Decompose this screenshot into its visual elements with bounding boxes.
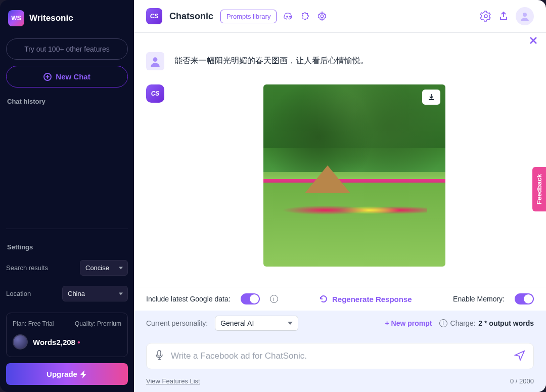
sidebar: WS Writesonic Try out 100+ other feature…	[0, 0, 134, 392]
google-data-label: Include latest Google data:	[146, 295, 231, 303]
personality-select[interactable]: General AI	[215, 316, 298, 331]
quality-label: Quality: Premium	[75, 320, 121, 327]
view-features-link[interactable]: View Features List	[146, 377, 200, 385]
svg-rect-6	[158, 351, 161, 356]
charge-value: 2 * output words	[478, 319, 534, 327]
gem-icon	[13, 334, 28, 350]
chat-history-list	[6, 109, 128, 225]
close-icon[interactable]	[529, 36, 538, 47]
discord-icon[interactable]	[284, 12, 294, 21]
microphone-icon[interactable]	[155, 350, 164, 363]
download-image-button[interactable]	[422, 90, 440, 105]
search-results-label: Search results	[6, 264, 48, 272]
info-icon[interactable]: i	[270, 295, 278, 303]
feedback-tab[interactable]: Feedback	[532, 167, 546, 211]
share-icon[interactable]	[498, 11, 509, 21]
google-data-toggle[interactable]	[241, 293, 260, 304]
svg-point-1	[290, 16, 291, 18]
enable-memory-label: Enable Memory:	[453, 295, 505, 303]
plus-icon	[43, 73, 52, 81]
plan-box: Plan: Free Trial Quality: Premium Words2…	[6, 313, 128, 357]
chat-area: 能否来一幅阳光明媚的春天图画，让人看后心情愉悦。 CS	[134, 47, 546, 287]
new-chat-label: New Chat	[56, 72, 90, 81]
search-results-select[interactable]: Concise	[80, 260, 128, 276]
prompts-library-button[interactable]: Prompts library	[220, 10, 277, 23]
new-chat-button[interactable]: New Chat	[6, 66, 128, 88]
bolt-icon	[80, 370, 87, 378]
upgrade-button[interactable]: Upgrade	[6, 363, 128, 385]
bot-avatar: CS	[146, 84, 164, 103]
svg-point-4	[523, 13, 527, 17]
charge-info-icon[interactable]: i	[439, 319, 447, 327]
new-prompt-button[interactable]: + New prompt	[385, 319, 432, 327]
svg-point-5	[153, 57, 158, 62]
message-input[interactable]	[171, 351, 507, 361]
settings-icon[interactable]	[480, 11, 491, 22]
logo-badge: WS	[8, 10, 24, 26]
gear-icon[interactable]	[317, 11, 327, 21]
location-label: Location	[6, 290, 31, 297]
plan-label: Plan: Free Trial	[13, 320, 54, 327]
personality-label: Current personality:	[146, 319, 208, 327]
words-counter: Words2,208 •	[33, 338, 80, 346]
send-button[interactable]	[514, 350, 525, 363]
bot-message-row: CS	[146, 84, 534, 267]
main-area: CS Chatsonic Prompts library	[134, 0, 546, 392]
chatsonic-badge: CS	[146, 8, 162, 24]
user-message-text: 能否来一幅阳光明媚的春天图画，让人看后心情愉悦。	[174, 54, 369, 70]
location-select[interactable]: China	[62, 286, 128, 301]
puzzle-icon[interactable]	[301, 12, 310, 21]
input-bar	[134, 336, 546, 374]
brand-logo: WS Writesonic	[6, 10, 128, 26]
refresh-icon	[319, 294, 328, 303]
regenerate-button[interactable]: Regenerate Response	[319, 294, 412, 303]
download-icon	[427, 93, 435, 101]
other-features-button[interactable]: Try out 100+ other features	[6, 38, 128, 60]
svg-point-2	[321, 15, 324, 17]
svg-point-0	[287, 16, 288, 18]
character-counter: 0 / 2000	[510, 377, 534, 385]
personality-bar: Current personality: General AI + New pr…	[134, 311, 546, 336]
chat-history-label: Chat history	[7, 98, 128, 105]
topbar: CS Chatsonic Prompts library	[134, 0, 546, 33]
divider	[6, 229, 128, 229]
user-message-row: 能否来一幅阳光明媚的春天图画，让人看后心情愉悦。	[146, 52, 534, 70]
settings-label: Settings	[7, 243, 128, 251]
controls-bar: Include latest Google data: i Regenerate…	[134, 287, 546, 311]
generated-image	[263, 84, 445, 267]
svg-point-3	[484, 15, 487, 18]
app-title: Chatsonic	[169, 11, 213, 22]
user-avatar[interactable]	[516, 7, 534, 25]
charge-label: Charge:	[450, 319, 476, 327]
memory-toggle[interactable]	[515, 293, 534, 304]
user-message-avatar	[146, 52, 164, 70]
brand-name: Writesonic	[29, 13, 73, 23]
